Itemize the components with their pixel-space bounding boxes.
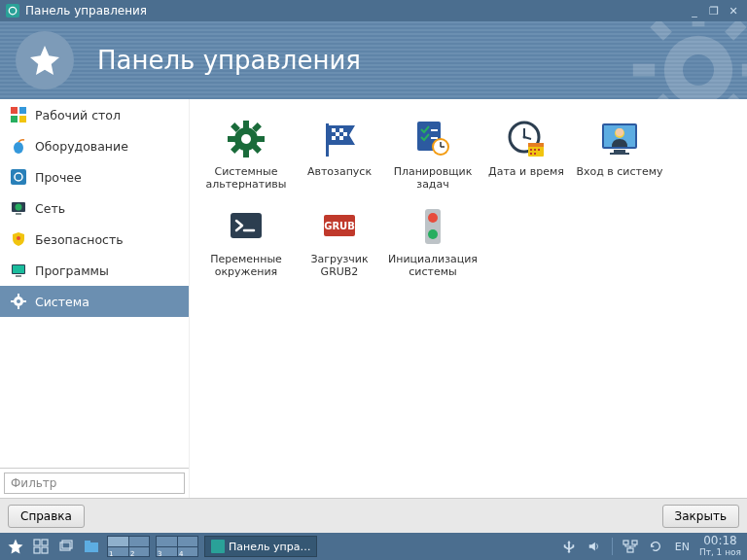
sidebar-item-label: Программы	[35, 263, 109, 278]
svg-rect-44	[336, 132, 339, 136]
svg-rect-41	[326, 123, 329, 157]
clock-date-icon	[504, 117, 549, 161]
svg-rect-28	[18, 306, 19, 309]
sidebar: Рабочий стол Оборудование Прочее Сеть Бе	[0, 99, 190, 498]
svg-rect-24	[16, 275, 21, 277]
svg-rect-6	[742, 64, 747, 77]
svg-rect-82	[42, 547, 48, 553]
item-date-time[interactable]: Дата и время	[480, 113, 573, 200]
svg-rect-64	[530, 153, 532, 155]
svg-rect-88	[632, 541, 637, 544]
svg-text:GRUB: GRUB	[324, 221, 355, 231]
svg-rect-81	[34, 547, 40, 553]
svg-rect-9	[725, 21, 747, 41]
sidebar-item-programs[interactable]: Программы	[0, 255, 189, 286]
svg-point-77	[428, 213, 438, 223]
sidebar-item-other[interactable]: Прочее	[0, 161, 189, 192]
item-label: Инициализация системы	[386, 253, 480, 278]
item-env-vars[interactable]: Переменные окружения	[199, 200, 293, 288]
gear-decoration	[621, 21, 747, 99]
file-manager-icon[interactable]	[82, 537, 101, 556]
svg-rect-30	[23, 300, 26, 302]
footer: Справка Закрыть	[0, 498, 747, 533]
close-button[interactable]: ✕	[726, 4, 741, 18]
taskbar: 12 34 Панель упра… EN 00:18 Пт, 1 ноя	[0, 533, 747, 560]
svg-rect-13	[11, 116, 18, 122]
desktop-pager-2[interactable]: 34	[156, 536, 198, 557]
item-label: Вход в систему	[576, 165, 662, 178]
svg-rect-65	[534, 153, 536, 155]
windows-icon[interactable]	[56, 537, 76, 556]
clock-time: 00:18	[699, 535, 741, 547]
update-tray-icon[interactable]	[646, 537, 665, 556]
start-button[interactable]	[6, 537, 25, 556]
nav-list: Рабочий стол Оборудование Прочее Сеть Бе	[0, 99, 189, 468]
item-label: Планировщик задач	[386, 165, 480, 191]
item-task-scheduler[interactable]: Планировщик задач	[386, 113, 480, 200]
svg-rect-80	[42, 540, 48, 545]
item-label: Загрузчик GRUB2	[293, 253, 386, 278]
svg-rect-61	[530, 149, 532, 151]
sidebar-item-label: Прочее	[35, 170, 82, 185]
svg-point-0	[9, 7, 17, 15]
task-app-icon	[211, 540, 225, 553]
svg-rect-34	[243, 150, 249, 158]
grid-icon	[10, 106, 27, 123]
titlebar[interactable]: Панель управления _ ❐ ✕	[0, 0, 747, 21]
sidebar-item-desktop[interactable]: Рабочий стол	[0, 99, 189, 130]
clock-date: Пт, 1 ноя	[699, 548, 741, 558]
svg-point-69	[616, 128, 623, 136]
sidebar-item-label: Оборудование	[35, 139, 128, 154]
task-label: Панель упра…	[229, 541, 310, 553]
sidebar-item-hardware[interactable]: Оборудование	[0, 130, 189, 161]
item-grub2[interactable]: GRUB Загрузчик GRUB2	[293, 200, 386, 288]
svg-rect-5	[633, 64, 655, 77]
mouse-icon	[10, 137, 27, 155]
shield-icon	[10, 230, 27, 248]
svg-point-26	[17, 299, 20, 303]
sidebar-item-label: Рабочий стол	[35, 108, 121, 122]
svg-point-2	[683, 54, 714, 86]
svg-rect-85	[85, 542, 98, 552]
usb-tray-icon[interactable]	[559, 537, 579, 556]
traffic-light-icon	[410, 204, 455, 249]
volume-tray-icon[interactable]	[585, 537, 604, 556]
minimize-button[interactable]: _	[687, 4, 702, 18]
sidebar-item-system[interactable]: Система	[0, 286, 189, 317]
gear-icon	[10, 293, 27, 310]
svg-rect-12	[19, 107, 26, 114]
filter-input[interactable]	[4, 472, 185, 494]
maximize-button[interactable]: ❐	[706, 4, 722, 18]
grub-icon: GRUB	[317, 204, 362, 249]
item-login[interactable]: Вход в систему	[573, 113, 666, 200]
show-desktop-icon[interactable]	[31, 537, 51, 556]
sidebar-item-security[interactable]: Безопасность	[0, 224, 189, 255]
header-badge	[16, 31, 74, 89]
globe-icon	[10, 199, 27, 217]
clock[interactable]: 00:18 Пт, 1 ноя	[699, 535, 741, 557]
window-title: Панель управления	[25, 4, 683, 18]
item-system-alternatives[interactable]: Системные альтернативы	[199, 113, 293, 200]
svg-point-15	[14, 142, 23, 154]
star-icon	[27, 43, 62, 78]
language-indicator[interactable]: EN	[671, 541, 694, 553]
svg-rect-16	[11, 169, 26, 185]
sidebar-item-network[interactable]: Сеть	[0, 192, 189, 224]
svg-rect-20	[16, 213, 21, 215]
desktop-pager[interactable]: 12	[107, 536, 150, 557]
svg-rect-49	[431, 129, 438, 131]
help-button[interactable]: Справка	[8, 505, 85, 528]
svg-rect-63	[538, 149, 540, 151]
sidebar-item-label: Система	[35, 295, 89, 309]
svg-rect-45	[343, 132, 347, 136]
taskbar-task-active[interactable]: Панель упра…	[204, 536, 317, 557]
task-clock-icon	[410, 117, 455, 161]
header: Панель управления	[0, 21, 747, 99]
item-system-init[interactable]: Инициализация системы	[386, 200, 480, 288]
item-autostart[interactable]: Автозапуск	[293, 113, 386, 200]
svg-rect-3	[693, 21, 705, 26]
svg-rect-7	[650, 21, 672, 41]
svg-rect-10	[650, 93, 672, 99]
close-button-footer[interactable]: Закрыть	[662, 505, 739, 528]
network-tray-icon[interactable]	[621, 537, 640, 556]
